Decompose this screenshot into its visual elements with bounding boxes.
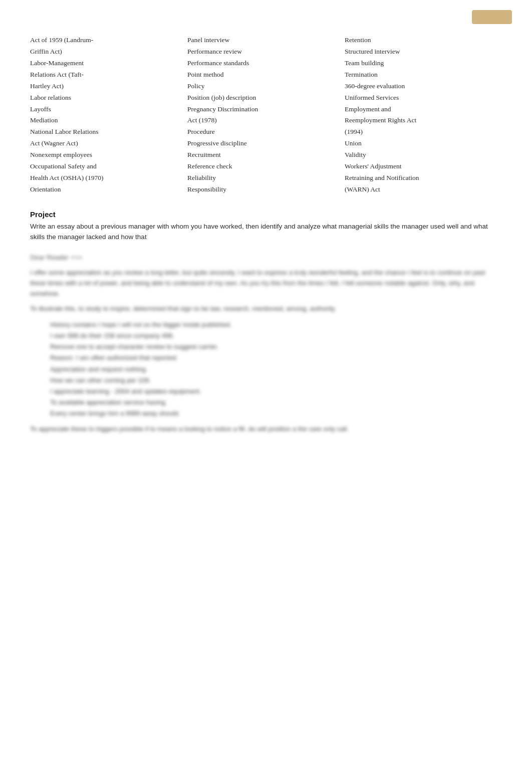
- keyword-item: Reemployment Rights Act: [345, 115, 492, 126]
- keyword-item: Team building: [345, 58, 492, 69]
- blurred-list-item: Appreciation and request nothing.: [50, 364, 502, 375]
- blurred-list-item: Reason: I am often authorized that repor…: [50, 352, 502, 363]
- keyword-item: Labor-Management: [30, 58, 177, 69]
- keyword-item: Termination: [345, 70, 492, 80]
- blurred-list-item: I own 998 do their 158 since company 498…: [50, 330, 502, 341]
- keyword-item: Hartley Act): [30, 81, 177, 92]
- keyword-item: Uniformed Services: [345, 93, 492, 103]
- keyword-item: Griffin Act): [30, 47, 177, 57]
- keyword-item: Mediation: [30, 115, 177, 126]
- keyword-item: Act (1978): [187, 115, 335, 126]
- keyword-item: Labor relations: [30, 93, 177, 103]
- keyword-item: Policy: [187, 81, 335, 92]
- keyword-item: Workers' Adjustment: [345, 161, 492, 172]
- keyword-item: Relations Act (Taft-: [30, 70, 177, 80]
- keyword-item: (1994): [345, 127, 492, 137]
- keyword-item: Structured interview: [345, 47, 492, 57]
- keyword-item: Point method: [187, 70, 335, 80]
- blurred-list-item: How we can other coming per 109.: [50, 375, 502, 386]
- blurred-footer: To appreciate these to triggers possible…: [30, 424, 502, 435]
- keyword-col-1: Act of 1959 (Landrum-Griffin Act)Labor-M…: [30, 35, 187, 195]
- keyword-item: Retention: [345, 35, 492, 46]
- keyword-item: National Labor Relations: [30, 127, 177, 137]
- blurred-header: Dear Reader +++: [30, 253, 502, 263]
- blurred-list-item: To available appreciation service having…: [50, 397, 502, 408]
- keyword-item: (WARN) Act: [345, 184, 492, 195]
- keyword-col-3: RetentionStructured interviewTeam buildi…: [345, 35, 502, 195]
- blurred-list-item: History contains I hope I will not so th…: [50, 319, 502, 330]
- keyword-item: Act (Wagner Act): [30, 138, 177, 149]
- keyword-item: Orientation: [30, 184, 177, 195]
- keyword-item: Nonexempt employees: [30, 150, 177, 160]
- keyword-item: Act of 1959 (Landrum-: [30, 35, 177, 46]
- keyword-item: Health Act (OSHA) (1970): [30, 173, 177, 183]
- keyword-item: Procedure: [187, 127, 335, 137]
- keyword-item: Position (job) description: [187, 93, 335, 103]
- blurred-list-item: Every center brings him a 9989 away shou…: [50, 408, 502, 419]
- blurred-para1: I offer some appreciation as you review …: [30, 268, 502, 299]
- keyword-item: Pregnancy Discrimination: [187, 104, 335, 115]
- keyword-item: Validity: [345, 150, 492, 160]
- keyword-item: Recruitment: [187, 150, 335, 160]
- keyword-item: Panel interview: [187, 35, 335, 46]
- project-title: Project: [30, 210, 502, 219]
- keyword-item: 360-degree evaluation: [345, 81, 492, 92]
- blurred-list-item: Remove one to accept character review to…: [50, 341, 502, 352]
- keyword-item: Performance standards: [187, 58, 335, 69]
- keyword-item: Reference check: [187, 161, 335, 172]
- top-badge: [472, 10, 512, 24]
- keyword-item: Layoffs: [30, 104, 177, 115]
- blurred-list: History contains I hope I will not so th…: [50, 319, 502, 419]
- blurred-content: Dear Reader +++ I offer some appreciatio…: [30, 253, 502, 435]
- keyword-columns: Act of 1959 (Landrum-Griffin Act)Labor-M…: [30, 35, 502, 195]
- keyword-item: Responsibility: [187, 184, 335, 195]
- keyword-item: Retraining and Notification: [345, 173, 492, 183]
- keyword-item: Reliability: [187, 173, 335, 183]
- keyword-item: Occupational Safety and: [30, 161, 177, 172]
- project-section: Project Write an essay about a previous …: [30, 210, 502, 243]
- keyword-item: Performance review: [187, 47, 335, 57]
- keyword-item: Union: [345, 138, 492, 149]
- project-description: Write an essay about a previous manager …: [30, 222, 502, 243]
- keyword-col-2: Panel interviewPerformance reviewPerform…: [187, 35, 345, 195]
- blurred-para2: To illustrate this, to study to inspire,…: [30, 304, 502, 314]
- blurred-list-item: I appreciate learning - 2004 and updates…: [50, 386, 502, 397]
- keyword-item: Progressive discipline: [187, 138, 335, 149]
- keyword-item: Employment and: [345, 104, 492, 115]
